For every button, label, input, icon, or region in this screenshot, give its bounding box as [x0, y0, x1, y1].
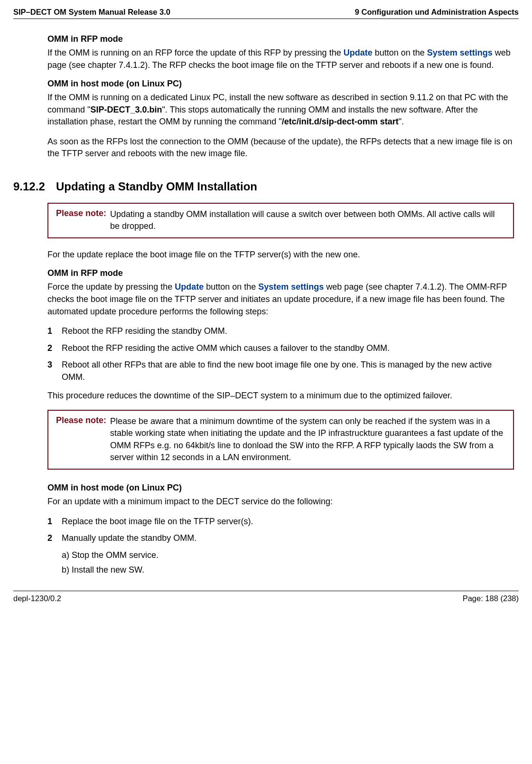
link-update[interactable]: Update	[344, 48, 373, 57]
note-box: Please note: Updating a standby OMM inst…	[47, 203, 514, 238]
numbered-list: 1 Reboot the RFP residing the standby OM…	[47, 325, 514, 383]
paragraph: If the OMM is running on an RFP force th…	[47, 47, 514, 71]
sub-list: a) Stop the OMM service. b) Install the …	[47, 549, 514, 576]
list-number: 2	[47, 342, 62, 355]
header-right: 9 Configuration und Administration Aspec…	[355, 8, 519, 17]
paragraph: Force the update by pressing the Update …	[47, 281, 514, 318]
header-left: SIP–DECT OM System Manual Release 3.0	[13, 8, 170, 17]
page-header: SIP–DECT OM System Manual Release 3.0 9 …	[13, 8, 519, 19]
list-number: 1	[47, 325, 62, 338]
paragraph: For the update replace the boot image fi…	[47, 249, 514, 261]
link-update[interactable]: Update	[175, 282, 204, 292]
sub-list-item: b) Install the new SW.	[62, 564, 514, 576]
main-content: OMM in RFP mode If the OMM is running on…	[13, 34, 519, 576]
list-item: 1 Reboot the RFP residing the standby OM…	[47, 325, 514, 338]
paragraph: For an update with a minimum impact to t…	[47, 496, 514, 508]
link-system-settings[interactable]: System settings	[427, 48, 493, 57]
note-label: Please note:	[56, 415, 110, 425]
list-text: Reboot the RFP residing the standby OMM.	[62, 325, 227, 338]
section-number: 9.12.2	[13, 180, 56, 193]
list-item: 2 Manually update the standby OMM.	[47, 532, 514, 545]
list-number: 2	[47, 532, 62, 545]
list-number: 3	[47, 359, 62, 371]
note-box: Please note: Please be aware that a mini…	[47, 410, 514, 470]
subsection-heading: OMM in RFP mode	[47, 268, 514, 278]
page-footer: depl-1230/0.2 Page: 188 (238)	[13, 591, 519, 613]
list-item: 2 Reboot the RFP residing the active OMM…	[47, 342, 514, 355]
numbered-list: 1 Replace the boot image file on the TFT…	[47, 516, 514, 576]
note-label: Please note:	[56, 208, 110, 218]
list-text: Reboot the RFP residing the active OMM w…	[62, 342, 390, 355]
note-text: Please be aware that a minimum downtime …	[110, 415, 505, 464]
section-heading: 9.12.2 Updating a Standby OMM Installati…	[13, 180, 514, 193]
list-text: Replace the boot image file on the TFTP …	[62, 516, 253, 528]
subsection-heading: OMM in RFP mode	[47, 34, 514, 44]
paragraph: If the OMM is running on a dedicated Lin…	[47, 92, 514, 128]
list-number: 1	[47, 516, 62, 528]
subsection-heading: OMM in host mode (on Linux PC)	[47, 483, 514, 493]
list-text: Manually update the standby OMM.	[62, 532, 196, 545]
footer-left: depl-1230/0.2	[13, 594, 61, 603]
link-system-settings[interactable]: System settings	[258, 282, 324, 292]
sub-list-item: a) Stop the OMM service.	[62, 549, 514, 562]
list-item: 3 Reboot all other RFPs that are able to…	[47, 359, 514, 383]
section-title: Updating a Standby OMM Installation	[56, 180, 257, 193]
note-text: Updating a standby OMM installation will…	[110, 208, 505, 233]
footer-right: Page: 188 (238)	[463, 594, 519, 603]
list-text: Reboot all other RFPs that are able to f…	[62, 359, 514, 383]
subsection-heading: OMM in host mode (on Linux PC)	[47, 79, 514, 89]
command-text: /etc/init.d/sip-dect-omm start	[282, 117, 399, 126]
paragraph: This procedure reduces the downtime of t…	[47, 390, 514, 402]
paragraph: As soon as the RFPs lost the connection …	[47, 136, 514, 160]
command-text: SIP-DECT_3.0.bin	[90, 105, 162, 114]
list-item: 1 Replace the boot image file on the TFT…	[47, 516, 514, 528]
